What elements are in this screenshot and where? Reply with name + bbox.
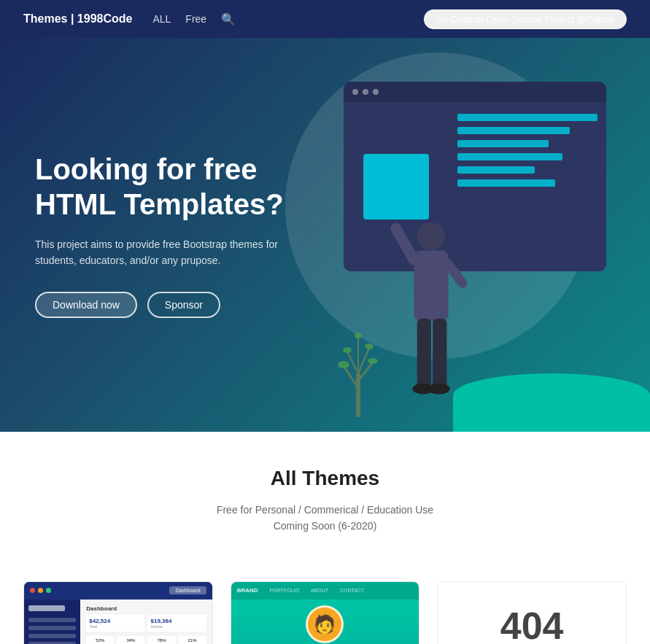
browser-body <box>344 102 606 271</box>
dash-stat-1: $42,524 Total <box>86 615 144 632</box>
themes-subtitle-1: Free for Personal / Commerical / Educati… <box>23 502 627 518</box>
dash-mini-stats: 52% 34% 78% 21% <box>86 636 206 644</box>
nav-link-all[interactable]: ALL <box>152 13 171 25</box>
browser-dot-3 <box>373 89 379 95</box>
hero-browser-mockup <box>344 82 606 271</box>
card-dashboard[interactable]: Dashboard Dashboard <box>23 581 213 644</box>
dashboard-preview: Dashboard Dashboard <box>24 582 212 644</box>
svg-point-0 <box>417 222 446 251</box>
svg-line-11 <box>347 352 358 373</box>
svg-point-18 <box>355 333 362 338</box>
themes-subtitle-2: Coming Soon (6-2020) <box>23 518 627 534</box>
svg-point-16 <box>343 347 352 353</box>
svg-point-17 <box>365 344 374 349</box>
card-404-number: 404 <box>500 607 564 644</box>
search-icon[interactable]: 🔍 <box>221 12 236 26</box>
svg-line-2 <box>396 228 414 260</box>
card-dashboard-thumb: Dashboard Dashboard <box>24 582 212 644</box>
sponsor-button[interactable]: Sponsor <box>147 292 220 318</box>
browser-box <box>363 154 429 220</box>
tree-illustration <box>336 330 380 417</box>
themes-section-title: All Themes <box>23 467 627 490</box>
dash-topbar: Dashboard <box>24 582 212 600</box>
hero-ground <box>453 373 650 432</box>
browser-dot-1 <box>352 89 358 95</box>
svg-rect-5 <box>433 319 446 389</box>
browser-dot-2 <box>363 89 368 95</box>
hero-content: Looking for free HTML Templates? This pr… <box>0 108 321 362</box>
browser-line-3 <box>457 140 549 147</box>
hero-buttons: Download now Sponsor <box>35 292 286 318</box>
dash-sidebar <box>24 600 80 644</box>
browser-line-1 <box>457 114 597 121</box>
hero-description: This project aims to provide free Bootst… <box>35 236 286 269</box>
dash-stats: $42,524 Total $19,384 Income <box>86 615 206 632</box>
dash-sidebar-item-2 <box>28 626 76 630</box>
svg-line-3 <box>449 264 463 284</box>
dash-dot-yellow <box>38 588 43 593</box>
hero-title: Looking for free HTML Templates? <box>35 152 286 222</box>
svg-point-7 <box>428 384 450 395</box>
svg-rect-4 <box>417 319 431 389</box>
dash-dot-red <box>30 588 35 593</box>
dash-sidebar-item-3 <box>28 634 76 638</box>
dash-mini-3: 78% <box>147 636 175 644</box>
dash-stat-2: $19,384 Income <box>147 615 206 632</box>
browser-line-4 <box>457 153 562 160</box>
svg-point-14 <box>338 361 349 368</box>
nav-link-free[interactable]: Free <box>185 13 206 25</box>
profile-avatar: 🧑 <box>306 605 344 643</box>
hero-illustration <box>293 38 650 432</box>
nav-brand: Themes | 1998Code <box>23 12 132 26</box>
dash-button: Dashboard <box>169 586 206 594</box>
dash-mini-1: 52% <box>86 636 114 644</box>
card-404-thumb: 404 Page Not Found It looks like you fou… <box>438 582 626 644</box>
card-profile[interactable]: BRAND PORTFOLIO ABOUT CONTACT 🧑 John Doe… <box>231 581 420 644</box>
github-button[interactable]: An Original Open Source Project @Github <box>424 9 627 29</box>
dash-main: Dashboard $42,524 Total $19,384 Income <box>80 600 212 644</box>
profile-inner: 🧑 John Doe ★ Web Developer · Graphic Art… <box>231 582 419 644</box>
cards-grid: Dashboard Dashboard <box>0 558 650 644</box>
nav-links: ALL Free 🔍 <box>152 12 424 26</box>
dash-sidebar-item-1 <box>28 618 76 622</box>
dash-heading: Dashboard <box>86 605 206 612</box>
dash-dot-green <box>46 588 51 593</box>
card-404[interactable]: 404 Page Not Found It looks like you fou… <box>437 581 627 644</box>
themes-section: All Themes Free for Personal / Commerica… <box>0 432 650 558</box>
download-button[interactable]: Download now <box>35 292 137 318</box>
navbar: Themes | 1998Code ALL Free 🔍 An Original… <box>0 0 650 38</box>
svg-line-10 <box>358 362 373 381</box>
browser-line-6 <box>457 179 555 187</box>
browser-line-5 <box>457 166 535 174</box>
browser-line-2 <box>457 127 570 134</box>
dash-mini-4: 21% <box>179 636 206 644</box>
dash-brand-bar <box>28 605 65 611</box>
dash-body: Dashboard $42,524 Total $19,384 Income <box>24 600 212 644</box>
svg-point-15 <box>368 358 378 364</box>
hero-section: Looking for free HTML Templates? This pr… <box>0 38 650 432</box>
browser-topbar <box>344 82 606 102</box>
card-profile-thumb: BRAND PORTFOLIO ABOUT CONTACT 🧑 John Doe… <box>231 582 419 644</box>
dash-mini-2: 34% <box>117 636 144 644</box>
